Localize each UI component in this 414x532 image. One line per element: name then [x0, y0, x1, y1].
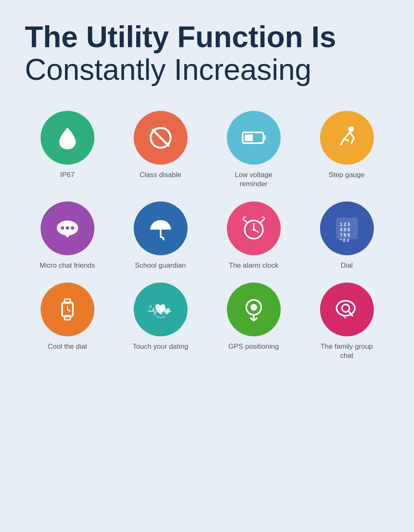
gps-label: GPS positioning: [229, 342, 279, 351]
svg-line-24: [67, 309, 70, 311]
class-disable-label: Class disable: [140, 170, 181, 180]
touch-dating-label: Touch your dating: [132, 342, 188, 351]
alarm-clock-label: The alarm clock: [229, 261, 279, 270]
feature-item-family-chat: The family group chat: [304, 283, 389, 360]
family-chat-icon-circle: [320, 283, 374, 336]
step-gauge-label: Step gauge: [329, 170, 365, 180]
school-guardian-icon-circle: [134, 201, 188, 255]
svg-line-1: [153, 130, 168, 146]
page: The Utility Function Is Constantly Incre…: [0, 0, 414, 385]
feature-item-low-voltage: Low voltage reminder: [211, 111, 296, 189]
cool-dial-label: Cool the dial: [48, 342, 87, 351]
feature-item-gps: GPS positioning: [211, 283, 296, 360]
low-voltage-label: Low voltage reminder: [223, 170, 285, 189]
svg-point-28: [337, 301, 355, 316]
micro-chat-icon-circle: [41, 201, 94, 255]
touch-dating-icon-circle: [134, 283, 188, 336]
svg-text:* 0 #: * 0 #: [340, 238, 349, 243]
title-section: The Utility Function Is Constantly Incre…: [25, 21, 389, 86]
svg-point-14: [253, 228, 255, 231]
feature-item-class-disable: Class disable: [118, 111, 203, 189]
ip67-label: IP67: [60, 170, 75, 180]
svg-rect-22: [65, 316, 70, 320]
svg-point-8: [66, 226, 69, 230]
feature-item-cool-dial: Cool the dial: [25, 283, 110, 360]
feature-item-step-gauge: Step gauge: [304, 111, 389, 189]
school-guardian-label: School guardian: [135, 261, 186, 270]
feature-item-school-guardian: School guardian: [118, 201, 203, 270]
low-voltage-icon-circle: [227, 111, 281, 165]
feature-item-dial: 1 2 3 4 5 6 7 8 9 * 0 # Dial: [304, 201, 389, 270]
svg-text:4 5 6: 4 5 6: [340, 227, 350, 232]
feature-item-touch-dating: Touch your dating: [118, 283, 203, 360]
family-chat-label: The family group chat: [316, 342, 378, 360]
title-line2: Constantly Increasing: [25, 53, 389, 86]
feature-item-ip67: IP67: [25, 111, 110, 189]
gps-icon-circle: [227, 283, 281, 336]
svg-point-5: [348, 126, 354, 132]
class-disable-icon-circle: [134, 111, 188, 165]
svg-point-27: [250, 304, 257, 311]
svg-text:7 8 9: 7 8 9: [340, 232, 350, 237]
cool-dial-icon-circle: [41, 283, 94, 336]
svg-point-9: [71, 226, 74, 230]
dial-icon-circle: 1 2 3 4 5 6 7 8 9 * 0 #: [320, 201, 374, 255]
svg-rect-3: [263, 135, 266, 140]
feature-item-alarm-clock: The alarm clock: [211, 201, 296, 270]
dial-label: Dial: [341, 261, 353, 270]
step-gauge-icon-circle: [320, 111, 374, 165]
micro-chat-label: Micro chat friends: [39, 261, 95, 270]
svg-rect-21: [65, 299, 70, 303]
svg-text:1 2 3: 1 2 3: [340, 222, 350, 227]
alarm-clock-icon-circle: [227, 201, 281, 255]
svg-rect-4: [245, 134, 253, 141]
feature-item-micro-chat: Micro chat friends: [25, 201, 110, 270]
svg-point-7: [61, 226, 64, 230]
title-line1: The Utility Function Is: [25, 21, 389, 53]
features-grid: IP67 Class disable Low voltage reminder …: [25, 111, 389, 360]
ip67-icon-circle: [41, 111, 94, 165]
